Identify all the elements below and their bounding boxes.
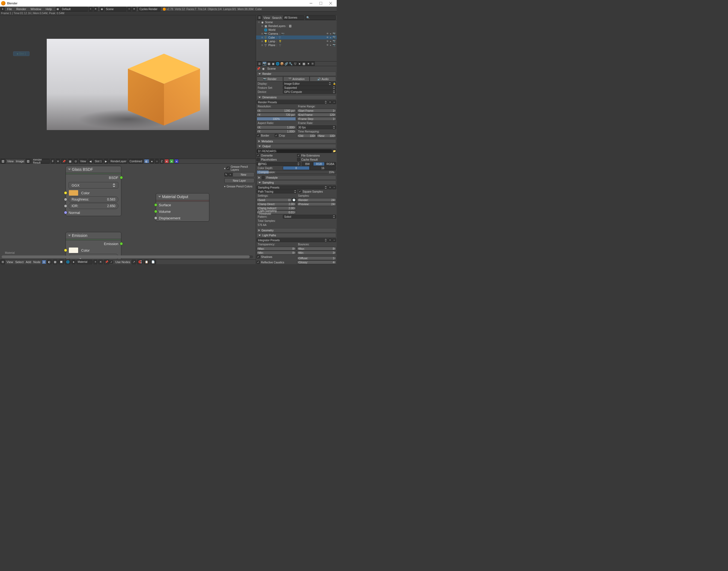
- depth-8-button[interactable]: 8: [283, 166, 310, 170]
- render-tab-icon[interactable]: 📷: [263, 62, 267, 66]
- node-output-title[interactable]: Material Output: [156, 194, 209, 200]
- node-editor-hscroll[interactable]: [2, 255, 253, 258]
- square-samples-checkbox[interactable]: [298, 190, 302, 193]
- bounce-max-field[interactable]: Max:8: [297, 247, 336, 250]
- start-frame-field[interactable]: Start Frame:1: [297, 109, 336, 113]
- menu-image[interactable]: Image: [16, 159, 24, 163]
- pin-button[interactable]: 📌: [61, 159, 67, 163]
- light-thresh-field[interactable]: Light Sampling Threshold:0.01: [256, 210, 296, 214]
- editor-type-node-icon[interactable]: ⊞: [0, 260, 5, 264]
- socket-ior-in[interactable]: [64, 204, 67, 208]
- integrator-dropdown[interactable]: Path Tracing: [256, 190, 297, 194]
- preview-samples-field[interactable]: Preview:24: [297, 202, 336, 206]
- menu-window[interactable]: Window: [28, 7, 43, 11]
- bw-button[interactable]: BW: [302, 162, 313, 166]
- nav-prev-button[interactable]: ◀: [88, 159, 93, 163]
- material-browse-icon[interactable]: ●: [71, 260, 76, 264]
- minimize-button[interactable]: [306, 0, 316, 6]
- border-checkbox[interactable]: [256, 134, 260, 137]
- outliner-camera[interactable]: Camera: [268, 32, 278, 35]
- pin-icon[interactable]: 📌: [256, 67, 261, 71]
- res-pct-slider[interactable]: 100%: [256, 117, 296, 121]
- properties-body[interactable]: Render 📷 Render 🎬 Animation 🔊 Audio Disp…: [256, 71, 337, 264]
- preset-remove-button[interactable]: −: [332, 100, 336, 104]
- screen-add-button[interactable]: +: [89, 7, 93, 11]
- channel-r-button[interactable]: ●: [165, 159, 169, 163]
- menu-view[interactable]: View: [7, 159, 14, 163]
- maximize-button[interactable]: [316, 0, 326, 6]
- lp-preset-add[interactable]: +: [328, 238, 332, 242]
- breadcrumb-scene[interactable]: Scene: [267, 67, 276, 70]
- outliner-renderlayers[interactable]: RenderLayers: [268, 25, 286, 28]
- res-x-field[interactable]: X:1280 px: [256, 109, 296, 113]
- channel-rgb-button[interactable]: ●: [150, 159, 154, 163]
- gp-add-button[interactable]: +: [228, 173, 232, 177]
- channel-b-button[interactable]: ●: [174, 159, 179, 163]
- compression-slider[interactable]: Compression:15%: [256, 170, 336, 174]
- depth-16-button[interactable]: 16: [310, 166, 336, 170]
- uv-view-mode[interactable]: View: [79, 159, 88, 163]
- comp-tree-button[interactable]: ◐: [47, 260, 52, 264]
- node-glass-bsdf[interactable]: Glass BSDF BSDF GGX Color Roughness:0.58…: [66, 166, 121, 216]
- socket-emission-out[interactable]: [120, 242, 123, 245]
- file-ext-checkbox[interactable]: [297, 154, 300, 157]
- node-glass-title[interactable]: Glass BSDF: [66, 166, 121, 173]
- particles-tab-icon[interactable]: ✦: [306, 62, 310, 66]
- aspect-y-field[interactable]: Y:1.000: [256, 129, 296, 133]
- outliner-lamp[interactable]: Lamp: [268, 40, 275, 43]
- res-y-field[interactable]: Y:720 px: [256, 113, 296, 117]
- editor-type-outliner-icon[interactable]: ☰: [257, 16, 262, 20]
- node-menu-node[interactable]: Node: [33, 260, 40, 264]
- slot-dropdown[interactable]: Slot 1: [93, 159, 103, 163]
- physics-tab-icon[interactable]: ⚛: [310, 62, 315, 66]
- menu-help[interactable]: Help: [43, 7, 54, 11]
- display-dropdown[interactable]: Image Editor: [283, 82, 332, 86]
- seed-clock-icon[interactable]: 🕐: [292, 198, 296, 202]
- render-button[interactable]: 📷 Render: [256, 77, 283, 82]
- outliner-menu-search[interactable]: Search: [272, 16, 282, 19]
- close-button[interactable]: [326, 0, 336, 6]
- rgba-button[interactable]: RGBA: [325, 162, 336, 166]
- go-parent-button[interactable]: ↗: [131, 260, 136, 264]
- image-browse-icon[interactable]: 🖼: [25, 159, 31, 163]
- lock-ui-icon[interactable]: 🔒: [332, 82, 336, 86]
- outliner-menu-view[interactable]: View: [264, 16, 270, 19]
- material-remove-button[interactable]: ✕: [98, 260, 103, 264]
- copy-nodes-button[interactable]: 📋: [143, 260, 149, 264]
- em-color-swatch[interactable]: [69, 247, 79, 253]
- data-tab-icon[interactable]: ▽: [293, 62, 297, 66]
- paste-nodes-button[interactable]: 📄: [150, 260, 156, 264]
- glossy-bounces-field[interactable]: Glossy:4: [297, 260, 336, 264]
- render-presets-dropdown[interactable]: Render Presets: [256, 100, 328, 104]
- menu-file[interactable]: File: [5, 7, 14, 11]
- panel-dimensions-header[interactable]: Dimensions: [256, 95, 336, 99]
- output-path-field[interactable]: D:\ RENDARS\: [256, 149, 332, 153]
- remap-new-field[interactable]: New:100: [317, 134, 336, 138]
- menu-render[interactable]: Render: [14, 7, 28, 11]
- samp-preset-add[interactable]: +: [328, 186, 332, 189]
- preset-add-button[interactable]: +: [328, 100, 332, 104]
- world-tab-icon[interactable]: 🌐: [276, 62, 280, 66]
- material-tab-icon[interactable]: ●: [297, 62, 302, 66]
- device-dropdown[interactable]: GPU Compute: [283, 90, 336, 94]
- ior-field[interactable]: IOR:2.650: [69, 203, 118, 209]
- panel-geometry-header[interactable]: Geometry: [256, 228, 336, 232]
- socket-disp-in[interactable]: [154, 216, 158, 220]
- snap-button[interactable]: 🧲: [137, 260, 143, 264]
- end-frame-field[interactable]: End Frame:120: [297, 113, 336, 117]
- fake-user-button[interactable]: F: [50, 159, 55, 163]
- outliner-world[interactable]: World: [268, 28, 276, 31]
- bounce-min-field[interactable]: Min:3: [297, 251, 336, 255]
- lp-preset-remove[interactable]: −: [332, 238, 336, 242]
- render-layer-dropdown[interactable]: RenderLayer: [109, 159, 128, 163]
- panel-metadata-header[interactable]: Metadata: [256, 139, 336, 143]
- socket-volume-in[interactable]: [154, 210, 158, 213]
- socket-color-in[interactable]: [64, 191, 67, 195]
- panel-render-header[interactable]: Render: [256, 72, 336, 76]
- pin-material-button[interactable]: 📌: [104, 260, 110, 264]
- screen-layout-dropdown[interactable]: Default: [61, 7, 88, 11]
- browse-folder-icon[interactable]: 📁: [332, 149, 336, 153]
- render-layers-tab-icon[interactable]: ▦: [267, 62, 271, 66]
- outliner-tree[interactable]: ⊟◉Scene ⊞▦RenderLayers|🖼 🌐World ⊞📷Camera…: [256, 20, 337, 61]
- gp-layers-header[interactable]: ▾Grease Pencil Layers: [224, 165, 255, 171]
